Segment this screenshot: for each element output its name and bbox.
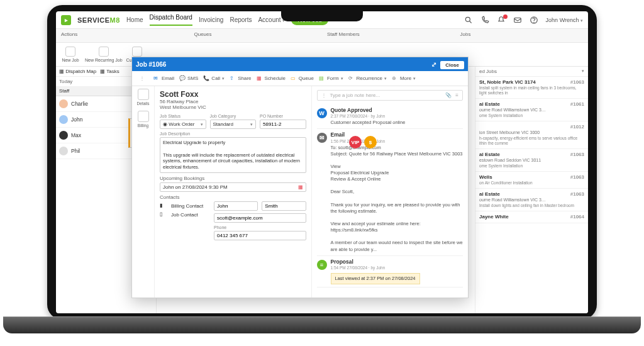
close-button[interactable]: Close [440, 61, 464, 69]
tb-queue[interactable]: ▭Queue [291, 75, 314, 82]
modal-toolbar: ⋮ ✉Email 💬SMS 📞Call▾ ⇪Share ▦Schedule ▭Q… [132, 71, 468, 86]
tb-email[interactable]: ✉Email [153, 75, 174, 82]
booking-row[interactable]: John on 27/08/2024 9:30 PM▦ [160, 182, 306, 192]
job-card[interactable]: al Estate#1063ourne Road Williamstown VI… [475, 189, 588, 211]
dispatch-map-tab[interactable]: ▦ Dispatch Map [59, 69, 96, 74]
tab-details[interactable]: Details [137, 89, 150, 106]
activity-item[interactable]: ≡Proposal1:54 PM 27/08/2024 · by JohnLas… [317, 256, 464, 287]
job-card[interactable]: #1012ion Street Melbourne VIC 3000h-capa… [475, 121, 588, 149]
tasks-tab[interactable]: ▦ Tasks [100, 69, 119, 74]
ribbon-new-job[interactable]: New Job [60, 45, 81, 64]
tb-call[interactable]: 📞Call▾ [203, 75, 225, 82]
activity-item[interactable]: WQuote Approved2:37 PM 27/08/2024 · by J… [317, 104, 464, 129]
modal-title: Job #1066 [136, 61, 166, 68]
job-card[interactable]: Wells#1063on Air Conditioner Installatio… [475, 172, 588, 189]
job-description-textarea[interactable]: Electrical Upgrade to propertyThis upgra… [160, 137, 306, 173]
job-category-select[interactable]: Standard▾ [210, 120, 257, 129]
job-status-select[interactable]: ◉ Work Order▾ [160, 120, 206, 129]
contact-phone-input[interactable] [214, 231, 306, 240]
job-card[interactable]: al Estate#1063estown Road Seddon VIC 301… [475, 149, 588, 172]
job-contact-row[interactable]: ▯Job Contact [160, 211, 210, 219]
customer-name: Scott Foxx [160, 90, 306, 99]
job-card[interactable]: al Estate#1061ourne Road Williamstown VI… [475, 99, 588, 121]
po-number-input[interactable] [260, 120, 306, 129]
job-card[interactable]: Jayne White#1064 [475, 211, 588, 223]
contact-first-input[interactable] [214, 201, 258, 211]
help-icon[interactable] [530, 16, 538, 25]
modal-side-tabs: Details Billing [132, 86, 155, 298]
nav-invoicing[interactable]: Invoicing [199, 16, 223, 23]
bell-icon[interactable] [497, 16, 506, 25]
job-note-input[interactable]: ⋮ Type a job note here... 📎 ≡ [317, 90, 464, 101]
svg-line-1 [469, 21, 471, 23]
inbox-icon[interactable] [513, 16, 522, 25]
svg-point-0 [465, 17, 470, 21]
toolbar-menu-icon[interactable]: ⋮ [136, 75, 148, 81]
section-headers: Actions Queues Staff Members Jobs [56, 29, 588, 43]
expand-icon[interactable]: ⤢ [431, 61, 436, 68]
svg-rect-2 [514, 18, 521, 22]
activity-pane: ⋮ Type a job note here... 📎 ≡ WQuote App… [312, 86, 469, 298]
section-actions: Actions [56, 29, 189, 42]
tb-more[interactable]: ⊕More▾ [392, 75, 416, 82]
details-pane: Scott Foxx 56 Railway PlaceWest Melbourn… [155, 86, 312, 298]
search-icon[interactable] [464, 16, 473, 25]
activity-item[interactable]: ✉Email1:56 PM 27/08/2024 · by JohnTo: sc… [317, 129, 464, 255]
contact-last-input[interactable] [262, 201, 306, 211]
jobs-column: ed Jobs ▾ St, Noble Park VIC 3174#1063In… [475, 67, 588, 313]
section-staff: Staff Members [322, 29, 455, 42]
tb-sms[interactable]: 💬SMS [179, 75, 198, 82]
billing-contact-row[interactable]: ▮Billing Contact [160, 203, 210, 210]
job-modal: Job #1066 ⤢Close ⋮ ✉Email 💬SMS 📞Call▾ ⇪S… [131, 57, 469, 298]
user-name[interactable]: John Wrench ▾ [546, 17, 583, 23]
scheduled-jobs-label[interactable]: ed Jobs ▾ [475, 67, 588, 77]
tab-billing[interactable]: Billing [138, 111, 149, 128]
nav-dispatch[interactable]: Dispatch Board [150, 14, 192, 26]
contact-email-input[interactable] [214, 213, 306, 223]
tb-schedule[interactable]: ▦Schedule [257, 75, 286, 82]
nav-reports[interactable]: Reports [230, 16, 252, 23]
job-card[interactable]: St, Noble Park VIC 3174#1063Install spli… [475, 77, 588, 99]
section-jobs: Jobs [455, 29, 589, 42]
note-menu-icon[interactable]: ≡ [455, 92, 458, 98]
staff-header: Staff [56, 86, 131, 96]
logo-icon: ▸ [61, 15, 71, 25]
tb-recurrence[interactable]: ⟳Recurrence▾ [348, 75, 387, 82]
customer-address: 56 Railway PlaceWest Melbourne VIC [160, 99, 306, 110]
logo-text: SERVICEM8 [77, 16, 120, 24]
tb-form[interactable]: ▤Form▾ [319, 75, 343, 82]
ribbon-new-recurring[interactable]: New Recurring Job [85, 45, 123, 64]
section-queues: Queues [189, 29, 323, 42]
tb-share[interactable]: ⇪Share [230, 75, 251, 82]
nav-home[interactable]: Home [126, 16, 143, 23]
phone-icon[interactable] [480, 16, 489, 25]
svg-point-4 [533, 22, 534, 23]
attachment-icon[interactable]: 📎 [445, 92, 452, 98]
